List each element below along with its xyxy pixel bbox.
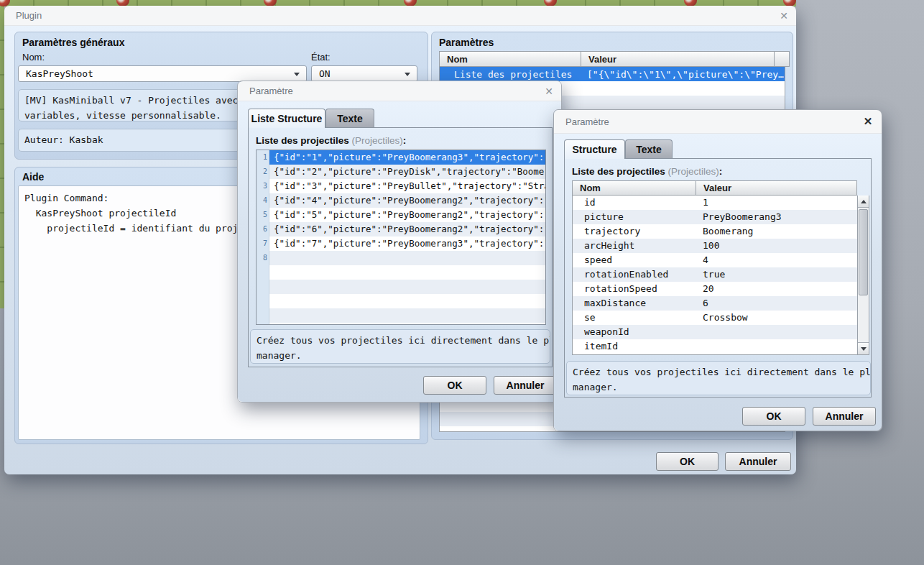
cancel-button[interactable]: Annuler (813, 407, 876, 426)
chevron-down-icon (405, 73, 410, 76)
list-description-line1: Créez tous vos projectiles ici directeme… (257, 335, 550, 346)
projectiles-struct-colon: : (719, 166, 723, 177)
plugin-name-select[interactable]: KasPreyShoot (18, 65, 307, 82)
parameters-header: Paramètres (439, 37, 494, 48)
tab-liste-structure[interactable]: Liste Structure (248, 109, 325, 128)
scroll-down-button[interactable] (858, 342, 869, 354)
projectiles-struct-hint: (Projectiles) (668, 166, 719, 177)
row-name: trajectory (573, 224, 697, 239)
row-value (697, 325, 703, 339)
plugin-dialog-title: Plugin (16, 10, 42, 21)
close-icon[interactable]: ✕ (860, 114, 876, 129)
scrollbar-thumb[interactable] (859, 209, 868, 295)
structure-table[interactable]: id1 picturePreyBoomerang3 trajectoryBoom… (572, 196, 857, 355)
row-name: id (573, 196, 697, 210)
projectiles-list-hint: (Projectiles) (352, 135, 403, 146)
tab-structure[interactable]: Structure (564, 139, 625, 159)
arrow-down-icon (861, 347, 867, 351)
table-row[interactable]: trajectoryBoomerang (573, 224, 857, 239)
help-line2: KasPreyShoot projectileId (24, 208, 176, 219)
column-header-nom[interactable]: Nom (572, 180, 696, 196)
list-item[interactable]: {"id":"7","picture":"PreyBoomerang3","tr… (269, 236, 545, 251)
table-row[interactable]: picturePreyBoomerang3 (573, 210, 857, 224)
ok-button[interactable]: OK (742, 407, 805, 426)
row-value: PreyBoomerang3 (697, 210, 782, 224)
line-number: 6 (257, 222, 267, 236)
tab-texte[interactable]: Texte (325, 109, 374, 128)
parameter-structure-dialog: Paramètre ✕ Structure Texte Liste des pr… (553, 109, 882, 431)
close-icon[interactable]: ✕ (776, 8, 792, 24)
plugin-author: Auteur: Kasbak (24, 134, 103, 145)
struct-description-box: Créez tous vos projectiles ici directeme… (566, 361, 871, 395)
list-item[interactable]: {"id":"3","picture":"PreyBullet","trajec… (269, 179, 545, 193)
list-item-empty[interactable] (269, 251, 545, 265)
column-header-valeur[interactable]: Valeur (696, 180, 857, 196)
table-row[interactable]: itemId (573, 339, 857, 354)
arrow-up-icon (861, 200, 867, 203)
parameters-table-header[interactable]: Nom Valeur (439, 51, 790, 67)
plugin-description-line1: [MV] KasMiniball v7 - Projectiles avec d… (24, 95, 272, 106)
cancel-button[interactable]: Annuler (494, 376, 557, 395)
plugin-description-line2: variables, vitesse personnalisable. (24, 110, 221, 121)
table-row[interactable]: rotationEnabledtrue (573, 267, 857, 282)
line-number: 8 (257, 251, 267, 265)
table-row[interactable]: speed4 (573, 253, 857, 267)
table-row[interactable]: seCrossbow (573, 311, 857, 325)
state-label: État: (311, 52, 331, 63)
scroll-up-button[interactable] (858, 196, 869, 208)
list-item[interactable]: {"id":"6","picture":"PreyBoomerang2","tr… (269, 222, 545, 236)
list-item[interactable]: {"id":"1","picture":"PreyBoomerang3","tr… (269, 150, 545, 165)
row-value (697, 339, 703, 354)
column-header-valeur[interactable]: Valeur (581, 51, 775, 67)
list-item-empty[interactable] (269, 308, 545, 323)
cancel-button[interactable]: Annuler (725, 452, 791, 471)
parameter-name-cell: Liste des projectiles (440, 69, 581, 80)
row-value: 20 (697, 282, 714, 296)
projectiles-struct-label: Liste des projectiles (Projectiles): (572, 166, 722, 177)
row-name: arcHeight (573, 239, 697, 253)
structure-tab-pane: Liste des projectiles (Projectiles): Nom… (564, 158, 872, 398)
general-parameters-header: Paramètres généraux (22, 37, 124, 48)
row-name: rotationEnabled (573, 267, 697, 282)
help-line1: Plugin Command: (24, 193, 108, 203)
plugin-state-value: ON (319, 68, 331, 79)
projectiles-list-label-text: Liste des projectiles (256, 135, 349, 146)
parameters-selected-row[interactable]: Liste des projectiles ["{\"id\":\"1\",\"… (440, 67, 785, 81)
ok-button[interactable]: OK (656, 452, 719, 471)
list-item[interactable]: {"id":"2","picture":"PreyDisk","trajecto… (269, 165, 545, 179)
vertical-scrollbar[interactable] (857, 196, 869, 355)
name-label: Nom: (22, 52, 45, 63)
parameter-list-titlebar[interactable]: Paramètre (238, 81, 561, 101)
line-number: 3 (257, 179, 267, 193)
plugin-state-select[interactable]: ON (311, 65, 417, 82)
list-description-box: Créez tous vos projectiles ici directeme… (250, 329, 550, 364)
parameter-list-dialog: Paramètre ✕ Liste Structure Texte Liste … (237, 81, 562, 403)
row-name: se (573, 311, 697, 325)
column-header-nom[interactable]: Nom (439, 51, 581, 67)
close-icon[interactable]: ✕ (541, 83, 557, 99)
struct-description-line1: Créez tous vos projectiles ici directeme… (573, 367, 871, 377)
row-name: speed (573, 253, 697, 267)
table-row[interactable]: weaponId (573, 325, 857, 339)
parameter-list-title: Paramètre (249, 86, 293, 96)
plugin-dialog-titlebar[interactable]: Plugin (4, 6, 796, 26)
table-row[interactable]: id1 (573, 196, 857, 210)
projectiles-list[interactable]: 1 2 3 4 5 6 7 8 {"id":"1","picture":"Pre… (256, 150, 546, 325)
structure-table-header[interactable]: Nom Valeur (572, 180, 857, 196)
table-row[interactable]: rotationSpeed20 (573, 282, 857, 296)
list-description-line2: manager. (257, 350, 302, 361)
table-row[interactable]: maxDistance6 (573, 296, 857, 311)
tab-texte[interactable]: Texte (625, 139, 673, 159)
parameter-structure-titlebar[interactable]: Paramètre (554, 110, 882, 134)
list-item[interactable]: {"id":"4","picture":"PreyBoomerang2","tr… (269, 193, 545, 208)
row-name: weaponId (573, 325, 697, 339)
row-value: 6 (697, 296, 708, 311)
line-number: 1 (257, 150, 267, 165)
table-row[interactable]: arcHeight100 (573, 239, 857, 253)
list-item-empty[interactable] (269, 280, 545, 294)
list-item-empty[interactable] (269, 265, 545, 280)
plugin-name-value: KasPreyShoot (26, 68, 93, 79)
list-item-empty[interactable] (269, 294, 545, 308)
ok-button[interactable]: OK (423, 376, 486, 395)
list-item[interactable]: {"id":"5","picture":"PreyBoomerang2","tr… (269, 208, 545, 222)
